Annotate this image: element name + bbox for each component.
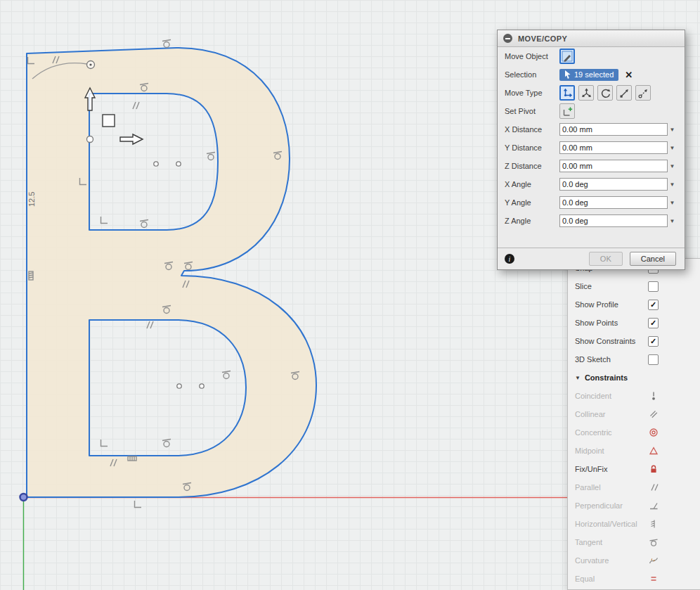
palette-option-3d-sketch[interactable]: 3D Sketch: [568, 350, 700, 368]
sketch-point[interactable]: [177, 384, 181, 388]
show-points-checkbox[interactable]: ✓: [648, 318, 659, 328]
letter-b-profile[interactable]: [27, 48, 316, 497]
z-angle-dropdown-icon[interactable]: ▼: [668, 218, 677, 224]
move-object-sketch-button[interactable]: [559, 49, 575, 64]
sketch-point[interactable]: [154, 162, 158, 166]
perpendicular-icon: [649, 501, 659, 511]
move-type-point-to-point-button[interactable]: [616, 85, 632, 101]
fusion-sketch-viewport: 12.5 MOVE/COPY Move Object Selection: [0, 0, 700, 590]
move-free-handle[interactable]: [103, 115, 115, 127]
constraint-curvature: Curvature: [568, 551, 700, 570]
tangent-constraint-icon[interactable]: [222, 371, 231, 379]
constraint-parallel: Parallel: [568, 478, 700, 496]
origin-point[interactable]: [20, 494, 27, 501]
palette-option-show-constraints[interactable]: Show Constraints ✓: [568, 332, 700, 350]
parallel-constraint-icon[interactable]: [147, 321, 153, 328]
x-distance-label: X Distance: [505, 125, 559, 134]
move-manipulator[interactable]: [85, 88, 143, 144]
y-angle-dropdown-icon[interactable]: ▼: [668, 200, 677, 206]
tangent-icon: [649, 537, 659, 547]
z-distance-input[interactable]: [559, 160, 668, 172]
dimension-label[interactable]: 12.5: [27, 192, 36, 207]
move-type-label: Move Type: [505, 89, 559, 97]
pencil-icon: [562, 51, 573, 62]
z-angle-row: Z Angle ▼: [498, 212, 685, 230]
perpendicular-constraint-icon[interactable]: [101, 440, 108, 447]
horizontal-vertical-icon: [649, 519, 659, 529]
point-to-position-icon: [637, 87, 649, 99]
constraint-label: Perpendicular: [575, 501, 649, 510]
x-angle-label: X Angle: [505, 180, 559, 188]
show-constraints-checkbox[interactable]: ✓: [648, 336, 659, 347]
y-distance-input[interactable]: [559, 141, 668, 154]
z-angle-input[interactable]: [559, 214, 668, 227]
sketch-point[interactable]: [176, 162, 181, 166]
move-type-free-move-button[interactable]: [559, 85, 575, 101]
lock-icon: [649, 464, 659, 474]
constraints-section-header[interactable]: ▼ Constraints: [568, 368, 700, 387]
slice-checkbox[interactable]: [648, 281, 659, 292]
tangent-constraint-icon[interactable]: [162, 440, 171, 447]
y-distance-dropdown-icon[interactable]: ▼: [668, 145, 677, 151]
cursor-icon: [564, 70, 571, 79]
constraint-label: Coincident: [575, 392, 649, 400]
constraint-fix-unfix[interactable]: Fix/UnFix: [568, 460, 700, 478]
constraint-midpoint: Midpoint: [568, 442, 700, 460]
palette-option-slice[interactable]: Slice: [568, 277, 700, 295]
equal-icon: [649, 574, 659, 584]
3d-sketch-checkbox[interactable]: [648, 354, 659, 365]
collapse-icon[interactable]: [503, 34, 512, 43]
curvature-icon: [649, 556, 659, 565]
cancel-button[interactable]: Cancel: [630, 252, 676, 266]
y-angle-input[interactable]: [559, 196, 668, 209]
perpendicular-constraint-icon[interactable]: [135, 501, 142, 508]
sketch-palette: Snap ✓ Slice Show Profile ✓ Show Points …: [567, 258, 700, 590]
ok-button[interactable]: OK: [589, 252, 623, 266]
x-angle-dropdown-icon[interactable]: ▼: [668, 181, 677, 188]
constraints-header-label: Constraints: [585, 373, 659, 382]
selection-badge[interactable]: 19 selected: [559, 69, 618, 81]
option-label: Show Profile: [575, 300, 648, 309]
move-type-rotate-button[interactable]: [597, 85, 613, 101]
translate-icon: [581, 87, 592, 99]
z-angle-label: Z Angle: [505, 217, 559, 225]
x-distance-input[interactable]: [559, 123, 668, 136]
perpendicular-constraint-icon[interactable]: [101, 217, 108, 224]
rotate-icon: [599, 87, 611, 99]
parallel-constraint-icon[interactable]: [133, 102, 139, 109]
collinear-icon: [649, 409, 659, 419]
constraint-label: Parallel: [575, 483, 649, 492]
sketch-point[interactable]: [87, 136, 93, 143]
tangent-constraint-icon[interactable]: [207, 153, 215, 160]
x-distance-dropdown-icon[interactable]: ▼: [668, 127, 677, 133]
selection-label: Selection: [505, 70, 559, 79]
constraint-label: Horizontal/Vertical: [575, 520, 649, 528]
dialog-titlebar[interactable]: MOVE/COPY: [498, 30, 685, 47]
constraint-label: Collinear: [575, 410, 649, 418]
selection-count: 19 selected: [574, 70, 614, 79]
x-angle-input[interactable]: [559, 178, 668, 191]
arc-center-target[interactable]: [87, 61, 95, 69]
tangent-constraint-icon[interactable]: [140, 220, 148, 228]
move-type-translate-button[interactable]: [578, 85, 594, 101]
dialog-footer: i OK Cancel: [498, 248, 685, 269]
y-angle-row: Y Angle ▼: [498, 193, 685, 212]
tangent-constraint-icon[interactable]: [162, 40, 171, 48]
move-type-point-to-position-button[interactable]: [635, 85, 651, 101]
constraint-label: Tangent: [575, 538, 649, 546]
palette-option-show-profile[interactable]: Show Profile ✓: [568, 295, 700, 314]
set-pivot-button[interactable]: [559, 103, 575, 119]
move-right-arrow[interactable]: [120, 134, 143, 144]
show-profile-checkbox[interactable]: ✓: [648, 300, 659, 310]
constraint-label: Fix/UnFix: [575, 465, 649, 473]
move-type-row: Move Type: [498, 84, 685, 102]
dialog-title: MOVE/COPY: [518, 34, 567, 43]
info-icon[interactable]: i: [505, 254, 514, 264]
palette-option-show-points[interactable]: Show Points ✓: [568, 314, 700, 332]
z-distance-dropdown-icon[interactable]: ▼: [668, 163, 677, 169]
clear-selection-icon[interactable]: ✕: [625, 70, 633, 79]
sketch-point[interactable]: [200, 384, 204, 388]
constraint-perpendicular: Perpendicular: [568, 496, 700, 515]
constraint-coincident: Coincident: [568, 387, 700, 405]
parallel-icon: [649, 482, 659, 492]
